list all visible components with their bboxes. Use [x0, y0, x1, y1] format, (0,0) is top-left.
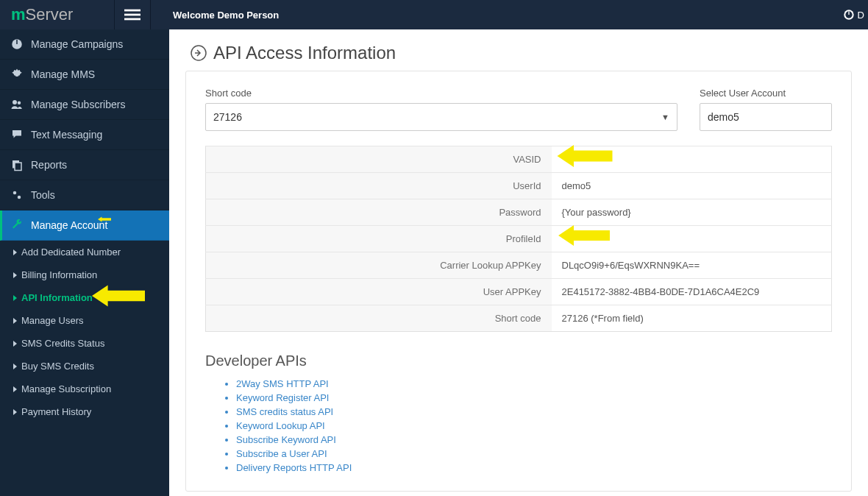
logo: mServer — [0, 5, 114, 24]
logo-server: Server — [26, 5, 74, 24]
sidebar-item-reports[interactable]: Reports — [0, 150, 169, 180]
sidebar-sub-payment-history[interactable]: Payment History — [0, 400, 169, 423]
wrench-icon — [10, 219, 24, 232]
sidebar-sub-label: Buy SMS Credits — [21, 361, 94, 372]
caret-right-icon — [13, 272, 17, 278]
chevron-down-icon: ▼ — [661, 113, 669, 121]
dashboard-icon[interactable] — [843, 9, 855, 21]
dash-letter: D — [858, 10, 864, 21]
short-code-select[interactable]: 27126 ▼ — [205, 103, 677, 131]
row-value-profileid — [552, 226, 832, 252]
arrow-circle-right-icon — [190, 44, 207, 62]
sidebar-sub-label: Manage Subscription — [21, 383, 111, 394]
table-row: Carrier Lookup APPKey DLqcO9i9+6/EqsWXRN… — [206, 252, 832, 279]
row-label-password: Password — [206, 199, 552, 226]
short-code-label: Short code — [205, 88, 677, 99]
table-row: UserId demo5 — [206, 173, 832, 199]
row-value-short: 27126 (*From field) — [552, 305, 832, 332]
table-row: VASID — [206, 146, 832, 173]
sidebar-sub-label: Add Dedicated Number — [21, 247, 121, 258]
sidebar-item-label: Manage MMS — [31, 68, 95, 80]
row-label-carrier: Carrier Lookup APPKey — [206, 252, 552, 279]
api-link[interactable]: 2Way SMS HTTP API — [236, 377, 832, 391]
welcome-text: Welcome Demo Person — [151, 10, 279, 21]
svg-rect-5 — [848, 11, 849, 15]
api-link[interactable]: Keyword Lookup API — [236, 419, 832, 433]
dashboard-icon — [10, 38, 24, 51]
copy-icon — [10, 158, 24, 171]
row-value-password: {Your password} — [552, 199, 832, 226]
gears-icon — [10, 188, 24, 202]
user-account-value: demo5 — [708, 111, 739, 123]
annotation-arrow-icon — [553, 225, 615, 248]
user-account-field: Select User Account demo5 — [700, 88, 832, 131]
caret-right-icon — [13, 318, 17, 324]
caret-right-icon — [13, 409, 17, 415]
sidebar-sub-label: Payment History — [21, 406, 91, 417]
annotation-arrow-icon — [92, 285, 145, 307]
api-link[interactable]: Subscribe Keyword API — [236, 433, 832, 447]
main-content: API Access Information Short code 27126 … — [169, 29, 868, 496]
sidebar-sub-label: API Information — [21, 292, 93, 303]
sidebar-sub-label: SMS Credits Status — [21, 338, 104, 349]
sidebar-sub-add-number[interactable]: Add Dedicated Number — [0, 241, 169, 263]
sidebar-item-text[interactable]: Text Messaging — [0, 120, 169, 150]
api-link[interactable]: Subscribe a User API — [236, 447, 832, 461]
user-account-label: Select User Account — [700, 88, 832, 99]
api-link[interactable]: Delivery Reports HTTP API — [236, 461, 832, 475]
svg-point-13 — [13, 191, 17, 195]
sidebar-item-label: Text Messaging — [31, 129, 102, 141]
top-bar: mServer Welcome Demo Person D — [0, 0, 868, 29]
chat-icon — [10, 128, 24, 141]
api-link[interactable]: SMS credits status API — [236, 405, 832, 419]
sidebar-sub-credits-status[interactable]: SMS Credits Status — [0, 332, 169, 355]
svg-rect-7 — [16, 40, 18, 44]
gear-icon — [10, 68, 24, 81]
sidebar-item-label: Manage Account — [31, 219, 107, 231]
sidebar-item-label: Tools — [31, 189, 55, 201]
caret-right-icon — [13, 386, 17, 392]
row-label-userid: UserId — [206, 173, 552, 199]
sidebar-sub-buy-credits[interactable]: Buy SMS Credits — [0, 355, 169, 378]
svg-marker-15 — [98, 216, 111, 222]
svg-rect-2 — [124, 18, 140, 21]
row-value-carrier: DLqcO9i9+6/EqsWXRNN9KA== — [552, 252, 832, 279]
svg-point-14 — [18, 196, 21, 199]
svg-rect-1 — [124, 14, 140, 16]
sidebar-item-campaigns[interactable]: Manage Campaigns — [0, 29, 169, 60]
main-panel: Short code 27126 ▼ Select User Account d… — [185, 71, 852, 492]
sidebar-sub-users[interactable]: Manage Users — [0, 309, 169, 332]
caret-right-icon — [13, 364, 17, 369]
sidebar-sub-api-info[interactable]: API Information — [0, 286, 169, 309]
table-row: User APPKey 2E415172-3882-4BB4-B0DE-7D1A… — [206, 279, 832, 305]
row-label-vasid: VASID — [206, 146, 552, 173]
sidebar-sub-subscription[interactable]: Manage Subscription — [0, 378, 169, 400]
table-row: Password {Your password} — [206, 199, 832, 226]
row-label-userapp: User APPKey — [206, 279, 552, 305]
api-info-table: VASID UserId demo5 Password {Your passwo… — [205, 146, 832, 332]
row-value-vasid — [552, 146, 832, 173]
sidebar-sub-billing[interactable]: Billing Information — [0, 263, 169, 286]
developer-apis-heading: Developer APIs — [205, 348, 832, 377]
sidebar: Manage Campaigns Manage MMS Manage Subsc… — [0, 29, 169, 496]
top-right: D — [843, 9, 868, 21]
caret-right-icon — [13, 249, 17, 255]
user-account-select[interactable]: demo5 — [700, 103, 832, 131]
sidebar-sub-label: Manage Users — [21, 315, 84, 326]
row-label-profileid: ProfileId — [206, 226, 552, 252]
sidebar-item-label: Reports — [31, 159, 67, 171]
page-title-bar: API Access Information — [169, 29, 868, 71]
short-code-field: Short code 27126 ▼ — [205, 88, 677, 131]
hamburger-icon[interactable] — [114, 0, 151, 29]
sidebar-item-tools[interactable]: Tools — [0, 180, 169, 210]
table-row: ProfileId — [206, 226, 832, 252]
sidebar-item-subscribers[interactable]: Manage Subscribers — [0, 90, 169, 120]
sidebar-item-mms[interactable]: Manage MMS — [0, 60, 169, 90]
sidebar-item-manage-account[interactable]: Manage Account — [0, 210, 169, 241]
svg-point-10 — [18, 102, 21, 105]
svg-rect-0 — [124, 10, 140, 12]
api-links-list: 2Way SMS HTTP API Keyword Register API S… — [205, 377, 832, 475]
api-link[interactable]: Keyword Register API — [236, 391, 832, 405]
row-label-short: Short code — [206, 305, 552, 332]
table-row: Short code 27126 (*From field) — [206, 305, 832, 332]
